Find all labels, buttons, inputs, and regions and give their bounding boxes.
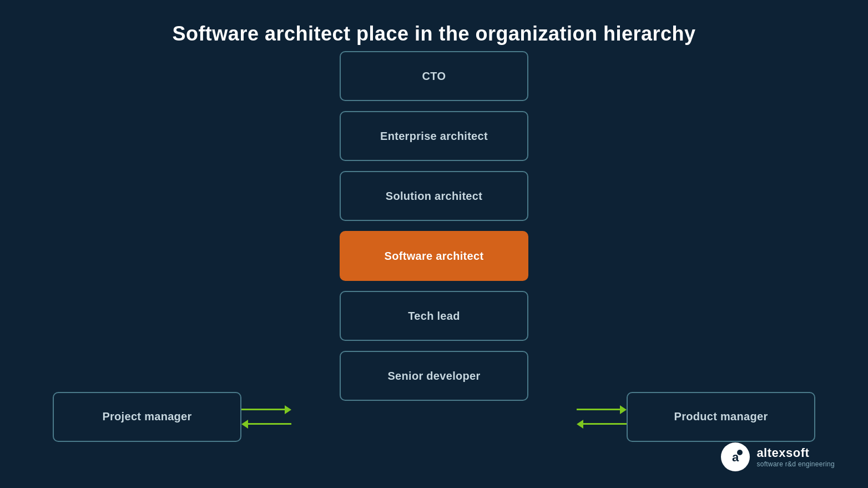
svg-point-2: [737, 450, 743, 455]
logo-svg: a: [725, 447, 745, 467]
box-product-manager: Product manager: [627, 392, 815, 442]
project-manager-label: Project manager: [102, 410, 191, 423]
box-senior-developer: Senior developer: [340, 351, 528, 401]
product-manager-label: Product manager: [674, 410, 768, 423]
logo-name: altexsoft: [756, 446, 835, 460]
altexsoft-icon: a: [721, 442, 750, 471]
arrow-sa-to-prod: [577, 405, 627, 414]
arrow-head-left-2: [577, 420, 583, 429]
arrow-line-2: [248, 423, 291, 425]
center-column: CTO Enterprise architect Solution archit…: [340, 51, 528, 401]
arrow-head-left: [241, 420, 248, 429]
diagram-area: CTO Enterprise architect Solution archit…: [0, 46, 868, 488]
box-project-manager: Project manager: [53, 392, 241, 442]
solution-architect-label: Solution architect: [386, 190, 482, 203]
page-title: Software architect place in the organiza…: [172, 22, 695, 46]
arrow-prod-to-sa: [577, 420, 627, 429]
enterprise-architect-label: Enterprise architect: [380, 130, 488, 143]
box-tech-lead: Tech lead: [340, 291, 528, 341]
right-arrows: [577, 405, 627, 429]
logo-text-block: altexsoft software r&d engineering: [756, 446, 835, 468]
box-cto: CTO: [340, 51, 528, 101]
arrow-pm-to-sa: [241, 405, 291, 414]
senior-developer-label: Senior developer: [387, 370, 480, 383]
tech-lead-label: Tech lead: [408, 310, 460, 323]
arrow-line-4: [583, 423, 627, 425]
arrow-line: [241, 409, 285, 410]
software-architect-label: Software architect: [385, 250, 484, 263]
arrow-sa-to-pm: [241, 420, 291, 429]
arrow-head-right: [285, 405, 291, 414]
arrow-line-3: [577, 409, 620, 410]
logo-area: a altexsoft software r&d engineering: [721, 442, 835, 471]
arrow-head-right-2: [620, 405, 627, 414]
box-solution-architect: Solution architect: [340, 171, 528, 221]
left-arrows: [241, 405, 291, 429]
logo-subtitle: software r&d engineering: [756, 460, 835, 468]
cto-label: CTO: [422, 70, 446, 83]
box-software-architect: Software architect: [340, 231, 528, 281]
box-enterprise-architect: Enterprise architect: [340, 111, 528, 161]
